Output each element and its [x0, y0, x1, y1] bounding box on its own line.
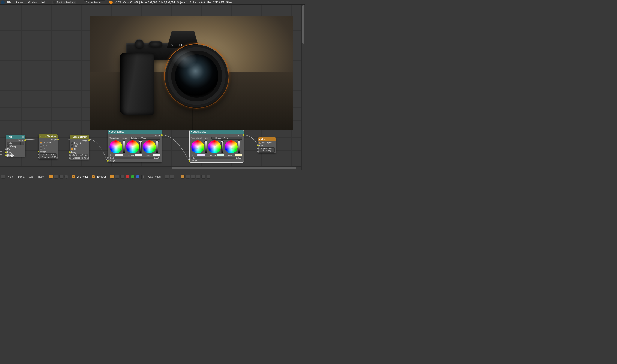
gamma-swatch[interactable]: [217, 154, 224, 156]
menu-render[interactable]: Render: [14, 0, 26, 4]
node-lens-distortion-2[interactable]: Lens Distortion Image Projector Jitter F…: [70, 135, 89, 160]
menu-node[interactable]: Node: [36, 175, 45, 179]
color-picker-icon[interactable]: [21, 142, 24, 145]
vertical-scrollbar[interactable]: [301, 5, 305, 170]
channel-alpha-icon[interactable]: [115, 175, 119, 179]
gain-colorwheel[interactable]: [225, 141, 238, 153]
fac-field[interactable]: Fac:1.000: [191, 156, 242, 159]
input-socket[interactable]: [189, 157, 190, 159]
tree-type-compositing-icon[interactable]: [54, 175, 58, 179]
channel-color-icon[interactable]: [110, 175, 114, 179]
auto-render-checkbox[interactable]: [143, 175, 146, 178]
node-editor-viewport[interactable]: NIJIEGE Mix Image Mix Clamp Fac Image Im…: [0, 5, 305, 170]
input-socket[interactable]: [107, 157, 109, 159]
tree-type-texture-icon[interactable]: [59, 175, 63, 179]
copy-icon[interactable]: [181, 175, 185, 179]
output-socket[interactable]: [57, 139, 59, 141]
output-socket[interactable]: [88, 139, 90, 141]
input-socket[interactable]: [189, 160, 190, 162]
clamp-checkbox[interactable]: [7, 145, 9, 147]
gamma-value-slider[interactable]: [221, 141, 223, 153]
move-icon[interactable]: [206, 175, 210, 179]
input-socket[interactable]: [5, 148, 7, 150]
menu-window[interactable]: Window: [26, 0, 39, 4]
input-socket[interactable]: [38, 154, 40, 156]
paste-icon[interactable]: [186, 175, 190, 179]
output-socket[interactable]: [161, 134, 163, 136]
input-socket[interactable]: [69, 157, 71, 159]
gain-swatch[interactable]: [235, 154, 242, 156]
distort-field[interactable]: ‹Distort:0.010›: [71, 154, 88, 157]
fac-field[interactable]: Fac:1.000: [109, 156, 161, 159]
input-socket[interactable]: [69, 154, 71, 156]
dispersion-field[interactable]: ‹Dispersion:0.010›: [71, 156, 88, 159]
zoom-out-icon[interactable]: [201, 175, 205, 179]
jitter-checkbox[interactable]: [71, 145, 73, 147]
lift-colorwheel[interactable]: [191, 141, 204, 153]
input-socket[interactable]: [107, 160, 109, 162]
info-icon[interactable]: i: [1, 0, 5, 4]
gamma-colorwheel[interactable]: [208, 141, 221, 153]
snap-icon[interactable]: [165, 175, 169, 179]
menu-select[interactable]: Select: [16, 175, 26, 179]
output-socket[interactable]: [243, 134, 244, 136]
channel-r-icon[interactable]: [126, 175, 129, 179]
fit-checkbox[interactable]: [40, 147, 42, 150]
gain-colorwheel[interactable]: [143, 141, 156, 153]
gain-value-slider[interactable]: [156, 141, 158, 153]
jitter-checkbox[interactable]: [40, 144, 42, 147]
input-socket[interactable]: [38, 157, 40, 158]
input-socket[interactable]: [257, 151, 259, 153]
input-socket[interactable]: [38, 151, 40, 153]
render-engine-dropdown[interactable]: Cycles Render: [84, 0, 105, 4]
node-color-balance-2[interactable]: Color Balance Image Correction Formula:L…: [190, 130, 244, 162]
input-socket[interactable]: [5, 151, 7, 153]
lift-value-slider[interactable]: [205, 141, 207, 153]
gamma-swatch[interactable]: [135, 154, 142, 156]
zoom-fit-icon[interactable]: [191, 175, 195, 179]
lift-colorwheel[interactable]: [109, 141, 122, 153]
blend-mode-dropdown[interactable]: Mix: [7, 142, 21, 145]
node-color-balance-1[interactable]: Color Balance Image Correction Formula:L…: [108, 130, 162, 162]
input-socket[interactable]: [69, 151, 71, 153]
distort-field[interactable]: ‹Distort:0.100›: [40, 153, 56, 156]
backdrop-checkbox[interactable]: [92, 175, 95, 178]
pin-icon[interactable]: [170, 175, 174, 179]
gamma-value-slider[interactable]: [139, 141, 142, 153]
node-mix[interactable]: Mix Image Mix Clamp Fac Image Image: [6, 135, 25, 157]
zoom-in-icon[interactable]: [196, 175, 200, 179]
channel-b-icon[interactable]: [136, 175, 140, 179]
tree-type-world-icon[interactable]: [65, 175, 68, 179]
menu-add[interactable]: Add: [27, 175, 35, 179]
lift-value-slider[interactable]: [123, 141, 125, 153]
gamma-colorwheel[interactable]: [126, 141, 139, 153]
channel-g-icon[interactable]: [131, 175, 134, 179]
gain-swatch[interactable]: [153, 154, 161, 156]
use-alpha-checkbox[interactable]: [259, 142, 261, 144]
input-socket[interactable]: [257, 145, 259, 146]
formula-dropdown[interactable]: Lift/Gamma/Gain: [130, 137, 161, 140]
node-viewer[interactable]: Viewer Use Alpha Image ‹Alpha:1.000› ‹Z:…: [258, 137, 276, 153]
fit-checkbox[interactable]: [71, 148, 73, 150]
lift-swatch[interactable]: [116, 154, 123, 156]
output-socket[interactable]: [25, 139, 26, 141]
z-field[interactable]: ‹Z:1.000›: [259, 150, 275, 153]
back-to-previous-button[interactable]: Back to Previous: [52, 1, 77, 4]
editor-type-icon[interactable]: [1, 175, 5, 179]
horizontal-scrollbar[interactable]: [0, 166, 301, 170]
use-nodes-checkbox[interactable]: [72, 175, 75, 178]
tree-type-shader-icon[interactable]: [49, 175, 53, 179]
menu-view[interactable]: View: [6, 175, 15, 179]
menu-file[interactable]: File: [5, 0, 13, 4]
projector-checkbox[interactable]: [71, 142, 73, 144]
input-socket[interactable]: [257, 148, 259, 149]
channel-z-icon[interactable]: [121, 175, 124, 179]
projector-checkbox[interactable]: [40, 142, 42, 144]
alpha-field[interactable]: ‹Alpha:1.000›: [259, 147, 275, 150]
dispersion-field[interactable]: ‹Dispersion:0.100›: [40, 156, 56, 159]
node-lens-distortion-1[interactable]: Lens Distortion Image Projector Jitter F…: [39, 134, 58, 159]
formula-dropdown[interactable]: Lift/Gamma/Gain: [212, 137, 242, 140]
lift-swatch[interactable]: [197, 154, 205, 156]
gain-value-slider[interactable]: [238, 141, 240, 153]
menu-help[interactable]: Help: [39, 0, 48, 4]
